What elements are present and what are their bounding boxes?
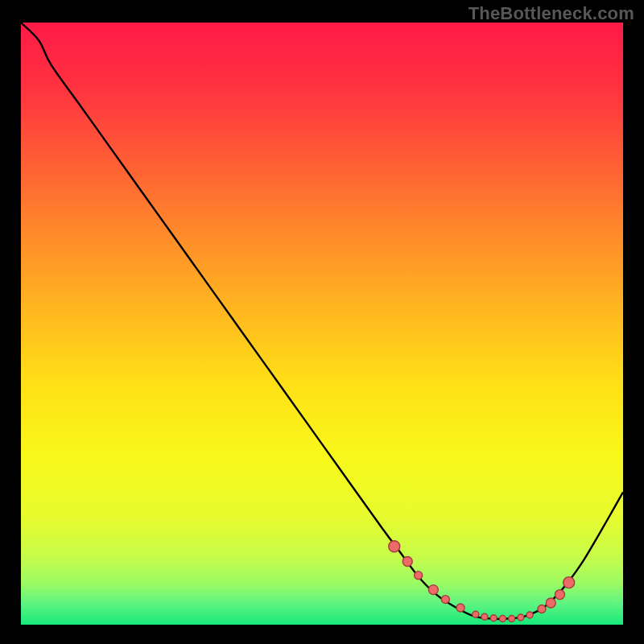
marker-point	[428, 585, 438, 595]
marker-point	[509, 616, 515, 622]
marker-point	[402, 556, 412, 566]
gradient-background	[21, 23, 623, 625]
marker-point	[481, 613, 488, 620]
marker-point	[546, 598, 555, 608]
bottleneck-chart	[21, 23, 623, 625]
chart-frame: TheBottleneck.com	[0, 0, 644, 644]
marker-point	[499, 616, 506, 622]
marker-point	[441, 596, 449, 604]
marker-point	[456, 604, 464, 612]
marker-point	[473, 611, 479, 617]
marker-point	[389, 541, 400, 552]
marker-point	[518, 614, 524, 621]
watermark-text: TheBottleneck.com	[469, 3, 634, 24]
marker-point	[526, 612, 533, 618]
marker-point	[490, 615, 497, 621]
marker-point	[415, 572, 423, 580]
marker-point	[564, 577, 575, 588]
marker-point	[555, 590, 564, 600]
marker-point	[538, 605, 546, 613]
plot-area	[21, 23, 623, 625]
